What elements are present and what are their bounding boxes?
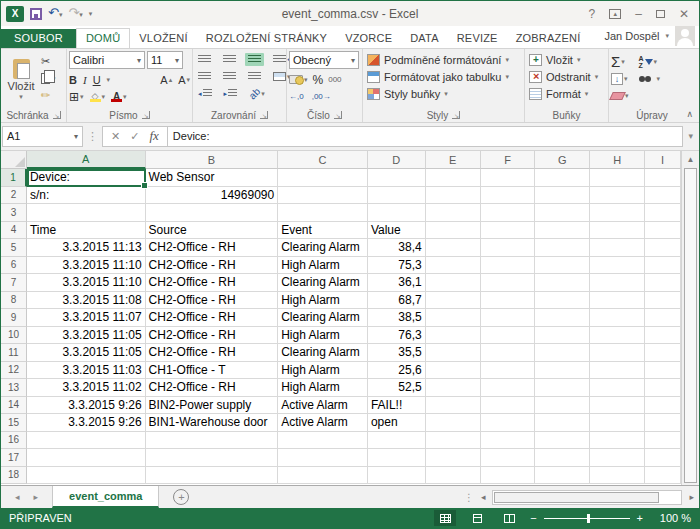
cell-E9[interactable] [426, 309, 481, 327]
cell-B14[interactable]: BIN2-Power supply [146, 397, 279, 415]
cell-I8[interactable] [645, 292, 681, 310]
number-format-combo[interactable]: Obecný▾ [289, 51, 359, 69]
scroll-right-icon[interactable]: ▸ [686, 492, 697, 502]
formula-input[interactable]: Device: [168, 126, 684, 147]
font-size-combo[interactable]: 11▾ [147, 51, 183, 69]
sheet-grid[interactable]: ABCDEFGHI1Device:Web Sensor2s/n:14969090… [1, 151, 681, 485]
cell-B12[interactable]: CH1-Office - T [146, 362, 279, 380]
cell-I16[interactable] [645, 432, 681, 450]
row-header-6[interactable]: 6 [1, 257, 27, 275]
minimize-button[interactable]: – [635, 7, 642, 21]
cell-H3[interactable] [590, 204, 645, 222]
cell-A18[interactable] [27, 467, 146, 485]
tab-scrollbar-splitter[interactable]: ⋮ [464, 492, 474, 503]
expand-formula-bar-icon[interactable]: ▾ [683, 131, 698, 141]
cell-H14[interactable] [590, 397, 645, 415]
cell-C12[interactable]: High Alarm [278, 362, 368, 380]
increase-decimal-button[interactable]: ←,0 [289, 92, 304, 101]
cell-A15[interactable]: 3.3.2015 9:26 [27, 414, 146, 432]
cell-I12[interactable] [645, 362, 681, 380]
cell-B3[interactable] [146, 204, 279, 222]
insert-function-icon[interactable]: fx [149, 128, 158, 144]
italic-button[interactable]: I [83, 74, 87, 86]
cell-F10[interactable] [481, 327, 536, 345]
cell-B18[interactable] [146, 467, 279, 485]
select-all-corner[interactable] [1, 151, 27, 169]
cell-B15[interactable]: BIN1-Warehouse door [146, 414, 279, 432]
cell-C10[interactable]: High Alarm [278, 327, 368, 345]
cell-H9[interactable] [590, 309, 645, 327]
cell-B17[interactable] [146, 449, 279, 467]
format-painter-button[interactable]: ✏ [39, 88, 58, 103]
cell-B13[interactable]: CH2-Office - RH [146, 379, 279, 397]
cell-F7[interactable] [481, 274, 536, 292]
cell-D12[interactable]: 25,6 [368, 362, 426, 380]
account-area[interactable]: Jan Dospěl ▾ [604, 26, 699, 48]
conditional-formatting-button[interactable]: Podmíněné formátování▾ [367, 51, 522, 68]
cell-C3[interactable] [278, 204, 368, 222]
row-header-16[interactable]: 16 [1, 432, 27, 450]
format-as-table-button[interactable]: Formátovat jako tabulku▾ [367, 68, 522, 85]
cell-E18[interactable] [426, 467, 481, 485]
cell-E16[interactable] [426, 432, 481, 450]
row-header-15[interactable]: 15 [1, 414, 27, 432]
cell-C13[interactable]: High Alarm [278, 379, 368, 397]
cell-G17[interactable] [535, 449, 590, 467]
name-box[interactable]: A1▾ [2, 126, 83, 147]
percent-style-button[interactable]: % [313, 73, 324, 87]
cell-G10[interactable] [535, 327, 590, 345]
accounting-format-button[interactable]: ▾ [289, 75, 308, 84]
cell-G7[interactable] [535, 274, 590, 292]
styles-dialog-launcher[interactable] [452, 111, 460, 119]
page-layout-view-button[interactable] [466, 510, 488, 526]
column-header-E[interactable]: E [426, 151, 481, 169]
cell-C4[interactable]: Event [278, 222, 368, 240]
cell-A5[interactable]: 3.3.2015 11:13 [27, 239, 146, 257]
cell-D7[interactable]: 36,1 [368, 274, 426, 292]
ribbon-tab-rozlo-en-str-nky[interactable]: ROZLOŽENÍ STRÁNKY [197, 29, 336, 48]
cell-D16[interactable] [368, 432, 426, 450]
cell-D13[interactable]: 52,5 [368, 379, 426, 397]
avatar[interactable] [675, 26, 695, 46]
cut-button[interactable]: ✂ [39, 54, 58, 69]
column-header-H[interactable]: H [590, 151, 645, 169]
cell-G13[interactable] [535, 379, 590, 397]
cell-E10[interactable] [426, 327, 481, 345]
cell-E15[interactable] [426, 414, 481, 432]
cell-G5[interactable] [535, 239, 590, 257]
horizontal-scrollbar-thumb[interactable] [494, 492, 659, 503]
page-break-view-button[interactable] [498, 510, 520, 526]
cell-C2[interactable] [278, 187, 368, 205]
cell-F5[interactable] [481, 239, 536, 257]
cell-A13[interactable]: 3.3.2015 11:02 [27, 379, 146, 397]
cell-F15[interactable] [481, 414, 536, 432]
cell-I1[interactable] [645, 169, 681, 187]
cell-D6[interactable]: 75,3 [368, 257, 426, 275]
cell-H10[interactable] [590, 327, 645, 345]
prev-sheet-icon[interactable]: ◂ [15, 492, 20, 502]
zoom-slider[interactable] [544, 518, 630, 519]
vertical-scrollbar-thumb[interactable] [684, 168, 697, 483]
cell-D15[interactable]: open [368, 414, 426, 432]
insert-cells-button[interactable]: Vložit▾ [529, 51, 606, 68]
format-cells-button[interactable]: Formát▾ [529, 85, 606, 102]
decrease-indent-button[interactable]: ◂ [195, 87, 215, 100]
cell-A6[interactable]: 3.3.2015 11:10 [27, 257, 146, 275]
cell-G3[interactable] [535, 204, 590, 222]
row-header-12[interactable]: 12 [1, 362, 27, 380]
row-header-8[interactable]: 8 [1, 292, 27, 310]
cell-E6[interactable] [426, 257, 481, 275]
horizontal-scrollbar[interactable] [492, 490, 682, 505]
cell-H1[interactable] [590, 169, 645, 187]
cell-E2[interactable] [426, 187, 481, 205]
cell-A2[interactable]: s/n: [27, 187, 146, 205]
close-button[interactable]: ✕ [679, 7, 689, 21]
cell-C11[interactable]: Clearing Alarm [278, 344, 368, 362]
ribbon-tab-soubor[interactable]: SOUBOR [1, 29, 76, 48]
cell-B8[interactable]: CH2-Office - RH [146, 292, 279, 310]
cell-A14[interactable]: 3.3.2015 9:26 [27, 397, 146, 415]
cell-H11[interactable] [590, 344, 645, 362]
clear-button[interactable]: ▾ [611, 92, 629, 100]
cell-A16[interactable] [27, 432, 146, 450]
formula-bar-splitter[interactable]: ⋮ [83, 130, 102, 143]
